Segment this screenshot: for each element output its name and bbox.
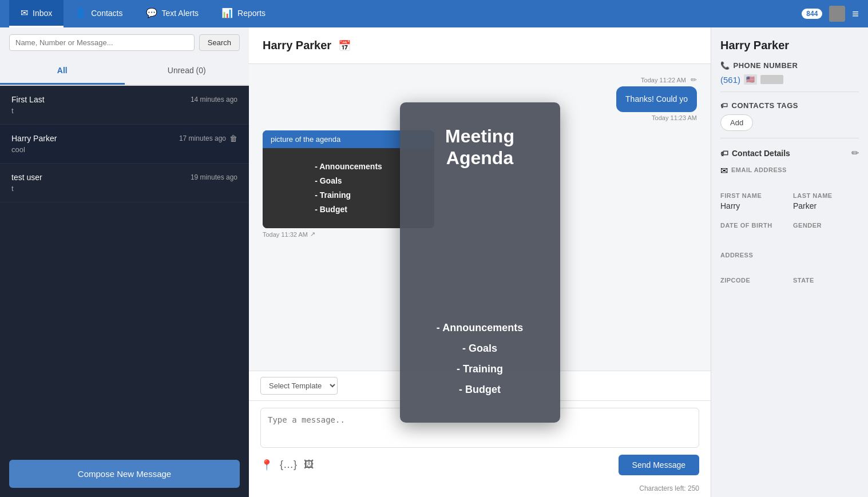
contact-details-icon: 🏷: [720, 149, 728, 158]
tab-unread[interactable]: Unread (0): [125, 58, 249, 85]
msg-timestamp-received: Today 11:32 AM ↗: [263, 230, 315, 238]
tabs-row: All Unread (0): [0, 58, 249, 86]
chars-left: Characters left: 250: [249, 482, 711, 497]
send-message-button[interactable]: Send Message: [619, 455, 699, 475]
contact-details-section: 🏷 Contact Details ✏ ✉ Email Address Firs…: [720, 148, 859, 296]
variable-icon[interactable]: {…}: [280, 459, 297, 471]
msg-time: Today 11:22 AM: [641, 77, 686, 84]
list-item[interactable]: Harry Parker 17 minutes ago 🗑 cool: [0, 125, 249, 164]
tab-all[interactable]: All: [0, 58, 125, 85]
list-item[interactable]: test user 19 minutes ago t: [0, 164, 249, 202]
conv-time: 14 minutes ago: [191, 96, 237, 104]
image-icon[interactable]: 🖼: [304, 459, 314, 471]
main-layout: Search All Unread (0) First Last 14 minu…: [0, 27, 868, 497]
external-link-icon[interactable]: ↗: [310, 230, 315, 238]
zipcode-field: Zipcode: [720, 277, 786, 296]
conv-preview: cool: [11, 145, 237, 154]
list-item[interactable]: First Last 14 minutes ago t: [0, 86, 249, 125]
last-name-value: Parker: [793, 201, 859, 212]
tag-icon: 🏷: [720, 101, 728, 110]
country-flag: 🇺🇸: [744, 74, 757, 85]
edit-contact-details-icon[interactable]: ✏: [851, 148, 859, 158]
center-panel: Harry Parker 📅 Today 11:22 AM ✏ Thanks! …: [249, 27, 711, 497]
conversation-list: First Last 14 minutes ago t Harry Parker…: [0, 86, 249, 451]
phone-icon: 📞: [720, 61, 730, 70]
top-navigation: ✉ Inbox 👤 Contacts 💬 Text Alerts 📊 Repor…: [0, 0, 868, 27]
gender-value: [793, 231, 859, 241]
location-icon[interactable]: 📍: [260, 459, 273, 471]
nav-item-contacts[interactable]: 👤 Contacts: [64, 0, 134, 27]
first-name-value: Harry: [720, 201, 786, 212]
nav-item-text-alerts[interactable]: 💬 Text Alerts: [134, 0, 211, 27]
conv-preview: t: [11, 106, 237, 115]
conv-name: First Last: [11, 95, 45, 104]
sidebar: Search All Unread (0) First Last 14 minu…: [0, 27, 249, 497]
address-field: Address: [720, 252, 859, 271]
nav-item-text-alerts-label: Text Alerts: [162, 9, 199, 18]
compose-new-message-button[interactable]: Compose New Message: [9, 460, 240, 488]
overlay-card: Meeting Agenda - Announcements - Goals -…: [400, 102, 560, 423]
nav-item-reports-label: Reports: [237, 9, 265, 18]
overlay-title: Meeting Agenda: [418, 125, 542, 169]
nav-right: 844 ≡: [802, 6, 859, 22]
conv-preview: t: [11, 184, 237, 193]
hamburger-menu-icon[interactable]: ≡: [852, 7, 859, 21]
message-toolbar-icons: 📍 {…} 🖼: [260, 459, 314, 471]
msg-timestamp: Today 11:23 AM: [652, 114, 697, 121]
conv-name: Harry Parker: [11, 134, 57, 143]
phone-suffix: [760, 75, 783, 84]
phone-section: 📞 Phone Number (561) 🇺🇸: [720, 61, 859, 92]
email-field: ✉ Email Address: [720, 165, 859, 186]
state-value: [793, 286, 859, 296]
edit-icon[interactable]: ✏: [691, 75, 697, 84]
last-name-field: Last Name Parker: [793, 192, 859, 212]
dob-value: [720, 231, 786, 241]
overlay-items: - Announcements - Goals - Training - Bud…: [437, 317, 523, 400]
dob-gender-grid: Date of Birth Gender: [720, 222, 859, 241]
chat-contact-name: Harry Parker: [263, 39, 331, 52]
calendar-icon[interactable]: 📅: [338, 39, 351, 52]
search-bar: Search: [0, 27, 249, 58]
contact-details-title: 🏷 Contact Details: [720, 149, 790, 158]
nav-item-contacts-label: Contacts: [91, 9, 122, 18]
state-field: State: [793, 277, 859, 296]
phone-row: (561) 🇺🇸: [720, 74, 859, 85]
text-alerts-icon: 💬: [146, 7, 157, 18]
trash-icon[interactable]: 🗑: [229, 134, 237, 143]
right-panel-contact-name: Harry Parker: [720, 39, 859, 52]
contacts-icon: 👤: [75, 7, 86, 18]
right-panel: Harry Parker 📞 Phone Number (561) 🇺🇸 🏷 C…: [711, 27, 868, 497]
message-actions: 📍 {…} 🖼 Send Message: [260, 455, 699, 475]
chat-header: Harry Parker 📅: [249, 27, 711, 64]
name-grid: First Name Harry Last Name Parker: [720, 192, 859, 212]
email-icon: ✉: [720, 165, 728, 176]
email-value: [720, 176, 859, 186]
conv-time: 19 minutes ago: [191, 173, 237, 181]
zip-state-grid: Zipcode State: [720, 277, 859, 296]
nav-item-reports[interactable]: 📊 Reports: [210, 0, 277, 27]
first-name-field: First Name Harry: [720, 192, 786, 212]
nav-item-inbox-label: Inbox: [33, 9, 52, 18]
search-input[interactable]: [9, 34, 195, 51]
zipcode-value: [720, 286, 786, 296]
msg-bubble-sent: Thanks! Could yo: [616, 86, 697, 112]
address-value: [720, 261, 859, 271]
media-content: - Announcements - Goals - Training - Bud…: [307, 152, 390, 225]
nav-item-inbox[interactable]: ✉ Inbox: [9, 0, 64, 27]
reports-icon: 📊: [221, 7, 233, 18]
nav-toggle-icon: [829, 6, 845, 22]
template-select[interactable]: Select Template: [260, 377, 338, 395]
conv-name: test user: [11, 173, 42, 182]
conv-time: 17 minutes ago 🗑: [179, 134, 237, 143]
gender-field: Gender: [793, 222, 859, 241]
inbox-icon: ✉: [21, 7, 28, 18]
search-button[interactable]: Search: [199, 34, 240, 51]
add-tag-button[interactable]: Add: [720, 114, 753, 131]
message-count-badge: 844: [802, 9, 822, 19]
dob-field: Date of Birth: [720, 222, 786, 241]
phone-number: (561): [720, 75, 740, 85]
tags-section: 🏷 Contacts Tags Add: [720, 101, 859, 138]
